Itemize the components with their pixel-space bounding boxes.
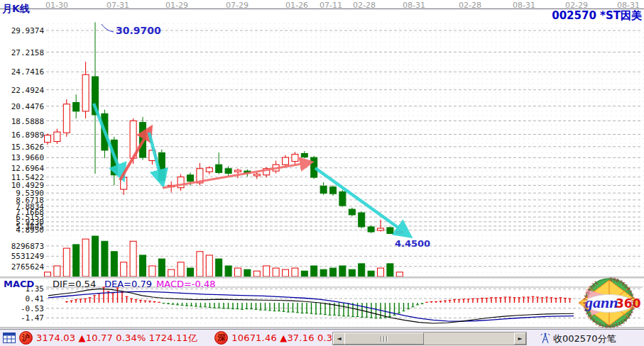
macd-dea-value: DEA=0.79 — [104, 279, 152, 289]
price-axis-label: 13.9660 — [0, 153, 44, 162]
price-axis-label: 16.8989 — [0, 130, 44, 140]
grid-table-icon[interactable] — [3, 333, 16, 343]
price-axis-label: 24.7416 — [0, 67, 44, 77]
chart-period-label[interactable]: 月K线 — [2, 3, 30, 16]
shanghai-badge-icon[interactable]: 沪 — [19, 331, 33, 345]
scrollbar-thumb[interactable] — [344, 333, 424, 345]
antenna-icon — [540, 332, 550, 345]
macd-macd-value: MACD=-0.48 — [156, 279, 216, 289]
price-axis-label: 12.6964 — [0, 164, 44, 173]
volume-axis-label: 2765624 — [0, 262, 44, 272]
price-volume-grid[interactable] — [46, 21, 644, 277]
gann360-logo[interactable]: gann 360 0987654321098765432109876543210… — [576, 277, 643, 328]
price-axis-label: 27.2158 — [0, 48, 44, 57]
stock-title: 002570 *ST因美 — [552, 9, 642, 23]
status-bar: 沪 3174.03 ▲10.77 0.34% 1724.11亿 深 10671.… — [0, 329, 644, 346]
price-axis-label: 20.4476 — [0, 102, 44, 111]
macd-indicator-label[interactable]: MACD — [4, 279, 34, 289]
scroll-left-button[interactable]: ◄ — [333, 333, 345, 345]
macd-header: MACD DIF=0.54 DEA=0.79 MACD=-0.48 — [0, 279, 644, 288]
price-axis-label: 22.4924 — [0, 86, 44, 95]
shenzhen-badge-icon[interactable]: 深 — [214, 331, 228, 345]
macd-axis-label: 0.41 — [0, 294, 44, 303]
price-axis-label: 4.8950 — [0, 225, 44, 235]
price-axis-label: 15.3626 — [0, 143, 44, 152]
macd-dif-value: DIF=0.54 — [53, 279, 96, 289]
volume-axis-label: 8296873 — [0, 242, 44, 251]
volume-axis-label: 5531249 — [0, 252, 44, 261]
price-axis-label: 29.9374 — [0, 26, 44, 35]
macd-axis-label: -1.47 — [0, 313, 44, 323]
stock-code: 002570 — [552, 9, 596, 22]
stock-name: *ST因美 — [600, 9, 642, 22]
tick-chart-link[interactable]: 收002570分笔 — [553, 333, 616, 345]
horizontal-scrollbar[interactable]: ◄ ► — [332, 332, 527, 345]
shanghai-index-text: 3174.03 ▲10.77 0.34% 1724.11亿 — [36, 332, 197, 345]
date-axis-rule — [0, 9, 644, 9]
price-axis-label: 18.5888 — [0, 117, 44, 126]
stock-chart-app: 月K线 01-3007-3101-2907-2901-2607-1102-280… — [0, 0, 644, 346]
scroll-right-button[interactable]: ► — [514, 333, 526, 345]
logo-360-text: 360 — [616, 296, 641, 311]
macd-axis-label: -0.53 — [0, 304, 44, 313]
